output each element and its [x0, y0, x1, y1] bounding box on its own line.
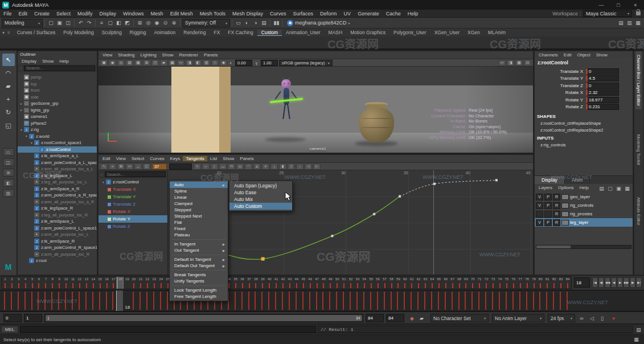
layer-visible-toggle[interactable]: V	[536, 194, 543, 200]
graph-channel-rotate-z[interactable]: Rotate Z	[99, 223, 167, 230]
menu-create[interactable]: Create	[31, 11, 53, 17]
clamped-tangent-icon[interactable]: ⌐	[202, 163, 210, 170]
layer-row-leg-layer[interactable]: VPRleg_layer	[535, 218, 633, 227]
shelf-tab-animation-user[interactable]: Animation_User	[282, 30, 324, 36]
display-settings-icon[interactable]: ▤	[260, 19, 268, 27]
channel-value-field[interactable]: 18.977	[586, 97, 619, 103]
unify-tangent-icon[interactable]: ∨	[262, 163, 269, 170]
viewport-menu-show[interactable]: Show	[159, 52, 177, 58]
close-button[interactable]: ×	[627, 0, 644, 10]
playback-options-icon[interactable]: ▯	[598, 314, 606, 322]
viewport-menu-renderer[interactable]: Renderer	[177, 52, 201, 58]
shelf-tab-motion-graphics[interactable]: Motion Graphics	[346, 30, 389, 36]
new-scene-icon[interactable]: ▢	[47, 19, 55, 27]
mel-language-button[interactable]: MEL	[1, 326, 18, 333]
insert-keys-icon[interactable]: +	[109, 163, 116, 170]
tab-channel-box-layer-editor[interactable]: Channel Box / Layer Editor	[635, 51, 642, 109]
graph-menu-tangents[interactable]: Tangents	[183, 156, 207, 161]
move-layer-up-icon[interactable]: ▤	[597, 184, 606, 193]
character-model[interactable]	[269, 79, 303, 140]
playback-end-field[interactable]: 84	[366, 314, 384, 322]
show-tool-settings-icon[interactable]: ▥	[625, 19, 634, 27]
pre-infinity-icon[interactable]: ◁	[305, 163, 312, 170]
menu-edit-mesh[interactable]: Edit Mesh	[167, 11, 196, 17]
menu-surfaces[interactable]: Surfaces	[290, 11, 317, 17]
outliner-item-side[interactable]: ▣side	[18, 94, 97, 101]
outliner-item-z-arm-all-purpose-loc-a-r[interactable]: +z:arm_all_purpose_loc_a_R	[18, 199, 97, 206]
linear-tangent-icon[interactable]: /	[211, 163, 218, 170]
flat-tangent-icon[interactable]: —	[219, 163, 227, 170]
layer-color-swatch[interactable]	[561, 220, 569, 226]
keyframe[interactable]	[331, 235, 333, 237]
free-tangent-icon[interactable]: ↕	[270, 163, 278, 170]
layer-playback-toggle[interactable]	[544, 211, 552, 218]
menu-mesh-display[interactable]: Mesh Display	[229, 11, 266, 17]
workspace-dropdown[interactable]: Maya Classic	[583, 10, 632, 17]
shelf-tab-fx[interactable]: FX	[210, 30, 224, 36]
expand-icon[interactable]: ▾	[101, 181, 106, 184]
safe-action-icon[interactable]: ◇	[211, 60, 219, 66]
outliner-item-z-ik-armspace-r[interactable]: zz:ik_armSpace_R	[18, 238, 97, 245]
two-pane-layout[interactable]: ◫	[3, 158, 14, 166]
outliner-item-z-ik-armspace-a-r[interactable]: zz:ik_armSpace_a_R	[18, 186, 97, 193]
textured-icon[interactable]: ⊡	[524, 60, 531, 66]
menu-uv[interactable]: UV	[341, 11, 355, 17]
time-slider[interactable]: 1234567891011121314151617181920212223242…	[1, 276, 572, 289]
outliner-item-persp[interactable]: ▣persp	[18, 74, 97, 81]
outliner-item-z-world[interactable]: ▾zz:world	[18, 133, 97, 140]
exposure-field[interactable]: 0.00	[235, 60, 252, 66]
menu-item-stepped-next[interactable]: Stepped Next	[170, 213, 228, 219]
outliner-item-z-arm-polecontrol-a-r-space[interactable]: zz:arm_poleControl_a_R_space	[18, 192, 97, 199]
outliner-item-z-leg-all-purpose-loc-l[interactable]: +z:leg_all_purpose_loc_L	[18, 179, 97, 186]
step-tangent-icon[interactable]: ⊓	[228, 163, 235, 170]
time-slider-summary[interactable]: 18	[0, 290, 644, 312]
script-editor-icon[interactable]: ▤	[634, 325, 643, 334]
current-frame-marker[interactable]	[116, 290, 123, 311]
menu-generate[interactable]: Generate	[354, 11, 383, 17]
select-camera-icon[interactable]: ▣	[100, 60, 108, 66]
outliner-item-front[interactable]: ▣front	[18, 87, 97, 94]
stats-time-field[interactable]: 37	[152, 163, 167, 170]
play-backwards-button[interactable]: ◀	[611, 277, 617, 288]
open-scene-icon[interactable]: ▣	[55, 19, 64, 27]
select-object-icon[interactable]: ▢	[106, 19, 114, 27]
play-forward-button[interactable]: ▶	[617, 277, 623, 288]
shelf-list-icon[interactable]: ≡	[7, 30, 10, 35]
region-tool-icon[interactable]: ▭	[126, 163, 133, 170]
keyframe[interactable]	[433, 183, 436, 185]
go-to-start-button[interactable]: |◀	[592, 277, 598, 288]
menu-item-stepped[interactable]: Stepped	[170, 207, 228, 213]
menu-mesh-tools[interactable]: Mesh Tools	[196, 11, 229, 17]
shelf-tab-mash[interactable]: MASH	[325, 30, 347, 36]
menu-item-auto[interactable]: Auto▶	[170, 182, 228, 188]
menu-curves[interactable]: Curves	[266, 11, 290, 17]
menu-deform[interactable]: Deform	[317, 11, 341, 17]
layer-playback-toggle[interactable]: P	[544, 219, 552, 226]
outliner-item-top[interactable]: ▣top	[18, 81, 97, 88]
viewport-menu-shading[interactable]: Shading	[115, 52, 137, 58]
shelf-tab-poly-modeling[interactable]: Poly Modeling	[59, 30, 97, 36]
graph-channel-translate-x[interactable]: Translate X	[99, 186, 167, 193]
shape-node-z-rootcontrol-ctrlreplaceshape2[interactable]: z:rootControl_ctrlReplaceShape2	[540, 128, 603, 133]
gamma-icon[interactable]: γ	[253, 59, 260, 67]
paint-select-tool[interactable]: ▰	[2, 80, 15, 92]
bookmark-icon[interactable]: ◆	[408, 314, 416, 322]
pause-evaluation-icon[interactable]: ▮▮	[272, 19, 281, 27]
menu-file[interactable]: File	[0, 11, 15, 17]
select-component-icon[interactable]: ◧	[114, 19, 123, 27]
channel-menu-object[interactable]: Object	[575, 52, 593, 58]
ipr-render-icon[interactable]: ◐	[243, 19, 251, 27]
film-gate-icon[interactable]: ▭	[177, 60, 184, 66]
channel-label[interactable]: Rotate Y	[535, 97, 586, 103]
layer-row-rig-proxies[interactable]: Rrig_proxies	[535, 210, 633, 218]
show-channel-box-icon[interactable]: ▤	[617, 19, 625, 27]
expand-icon[interactable]: ▾	[19, 128, 24, 132]
layer-row-geo-layer[interactable]: VPRgeo_layer	[535, 193, 633, 201]
layer-visible-toggle[interactable]: V	[536, 202, 543, 209]
channel-value-field[interactable]: 0	[586, 83, 619, 89]
shelf-tab-xgen-user[interactable]: XGen_User	[430, 30, 463, 36]
account-menu[interactable]: ◉meghana.gupte842CD	[285, 19, 352, 27]
menu-set-dropdown[interactable]: Modeling	[2, 19, 43, 27]
layer-visible-toggle[interactable]: V	[536, 219, 543, 226]
auto-tangent-icon[interactable]: ◠	[245, 163, 252, 170]
